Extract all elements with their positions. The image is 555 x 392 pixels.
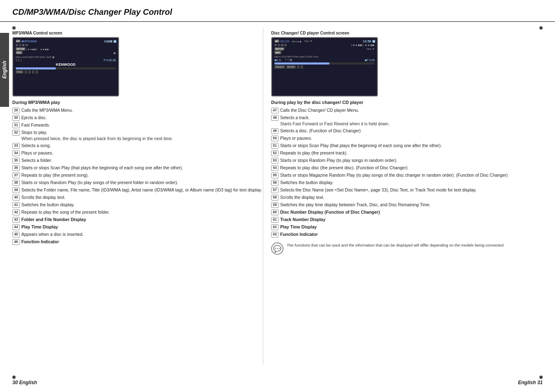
page-title: CD/MP3/WMA/Disc Changer Play Control [12,7,172,17]
left-list-item: 30Ejects a disc. [12,115,267,121]
item-description: Repeats to play the song of the present … [21,209,267,215]
item-number-badge: 45 [12,232,20,238]
item-number-badge: 43 [12,217,20,223]
right-list-item: 61Track Number Display [271,217,550,223]
item-number-badge: 54 [271,165,279,171]
left-list-item: 31Fast Forwards. [12,122,267,128]
disc-screen-enter-btn: ENTER [286,65,296,69]
right-list-item: 57Selects the Disc Name (see <Set Disc N… [271,187,550,193]
disc-screen-setup-btn: SETUP [274,47,284,51]
item-number-badge: 41 [12,202,20,208]
left-list-item: 44Play Time Display [12,224,267,230]
item-description: Selects a folder. [21,157,267,164]
item-description: Scrolls the display text. [21,194,267,201]
item-sub-text: Starts Fast Forward or Fast Rewind when … [280,121,550,127]
left-list-item: 42Repeats to play the song of the presen… [12,209,267,215]
item-number-badge: 31 [12,122,20,128]
left-list-item: 33Selects a song. [12,143,267,149]
right-list-item: 48Selects a track.Starts Fast Forward or… [271,115,550,127]
item-description: Switches the button display. [280,180,550,186]
left-list-item: 45Appears when a disc is inserted. [12,231,267,238]
item-description: Starts or stops Magazine Random Play (to… [280,172,550,178]
item-description: Plays or pauses. [280,135,550,141]
left-list-item: 29Calls the MP3/WMA Menu. [12,107,267,113]
item-description: Appears when a disc is inserted. [21,231,267,238]
left-list-item: 37Repeats to play (the present song). [12,172,267,178]
right-list-item: 59Switches the play time display between… [271,202,550,208]
item-description: Repeats to play (the present song). [21,172,267,178]
right-list-item: 49Selects a disc. (Function of Disc Chan… [271,128,550,134]
title-divider [0,21,555,22]
item-description: Calls the Disc Changer/ CD player Menu. [280,107,550,113]
item-number-badge: 55 [271,173,279,178]
item-number-badge: 59 [271,202,279,208]
disc-screen-progress-fill [274,62,329,65]
left-screen-label: MP3/WMA Control screen [12,31,267,35]
footer-page-left: 30 English [12,380,37,385]
screen-free-btn: FREE [16,70,23,74]
item-description: Plays or pauses. [21,150,267,156]
item-number-badge: 37 [12,173,20,178]
disc-screen-disc-num: ■D 3 [274,59,281,62]
corner-dot-top-left [12,26,16,30]
item-number-badge: 51 [271,143,279,149]
disc-screen-disc: Disc ▼ [304,40,312,42]
right-screen-label: Disc Changer/ CD player Control screen [271,31,550,35]
left-list-item: 40Scrolls the display text. [12,194,267,201]
screen-bottom-buttons: FREE [16,70,116,74]
disc-screen-btn3 [297,65,299,69]
screen-btn2 [25,70,27,74]
item-description: Switches the play time display between T… [280,202,550,208]
item-description: Selects a song. [21,143,267,149]
note-text: The functions that can be used and the i… [287,242,504,248]
item-number-badge: 44 [12,224,20,230]
item-number-badge: 34 [12,150,20,156]
item-description: Play Time Display [21,224,267,230]
left-list-item: 38Starts or stops Random Play (to play s… [12,180,267,186]
item-description: Fast Forwards. [21,122,267,128]
item-description: Ejects a disc. [21,115,267,121]
screen-track-time: P 0:00:38 [104,59,116,62]
right-list-item: 50Plays or pauses. [271,135,550,141]
disc-screen-function-btns: Menu SCN REP ATM Logot SCRN Time [274,55,318,58]
item-number-badge: 57 [271,187,279,193]
item-number-badge: 30 [12,115,20,121]
item-description: Calls the MP3/WMA Menu. [21,107,267,113]
left-list-item: 32Stops to play.When pressed twice, the … [12,129,267,141]
left-list-item: 46Function Indicator [12,239,267,245]
screen-function-btns: Menu SCN REP ATM DISC SCR ▣ [16,55,55,58]
item-description: Function Indicator [280,231,550,238]
screen-vol-icon: ▣ [113,51,116,54]
disc-screen-play-time: ■P 3:25 [365,59,375,62]
item-description: Selects a track.Starts Fast Forward or F… [280,115,550,127]
corner-dot-bottom-right [539,376,543,379]
footer-page-right: English 31 [518,380,543,385]
item-description: Starts or stops Random Play (to play son… [21,180,267,186]
right-section: Disc Changer/ CD player Control screen ■… [271,31,550,255]
right-list-item: 56Switches the button display. [271,180,550,186]
item-description: Stops to play.When pressed twice, the di… [21,129,267,141]
item-number-badge: 47 [271,108,279,113]
screen-playback-icons: |◄◄ ▶▶| [26,48,37,51]
item-description: Selects a disc. (Function of Disc Change… [280,128,550,134]
item-number-badge: 61 [271,217,279,223]
screen-numbers: 3 2 1 [16,59,22,62]
left-list-item: 43Folder and File Number Display [12,217,267,223]
disc-screen-src-btn: SRC [274,51,281,54]
item-number-badge: 62 [271,224,279,230]
right-list-item: 55Starts or stops Magazine Random Play (… [271,172,550,178]
note-box: 💬 The functions that can be used and the… [271,242,550,255]
corner-dot-bottom-left [12,376,16,379]
item-number-badge: 63 [271,232,279,238]
item-description: Disc Number Display (Function of Disc Ch… [280,209,550,215]
screen-setup-btn: SETUP [16,47,25,51]
left-section: MP3/WMA Control screen DV ■MP3/WMA ▣ ▣ ▣… [12,31,267,246]
screen-time-left: 13:50 ▣ [104,39,117,43]
right-list-item: 54Repeats to play disc (the present disc… [271,165,550,171]
disc-screen-cdch: CD-CH [280,40,290,43]
right-list-item: 62Play Time Display [271,224,550,230]
disc-screen-disc-label: Disc ▼ [367,48,375,50]
item-description: Switches the button display. [21,202,267,208]
disc-screen-time: 13:50 ▣ [363,39,375,43]
side-tab-label: English [2,61,7,78]
